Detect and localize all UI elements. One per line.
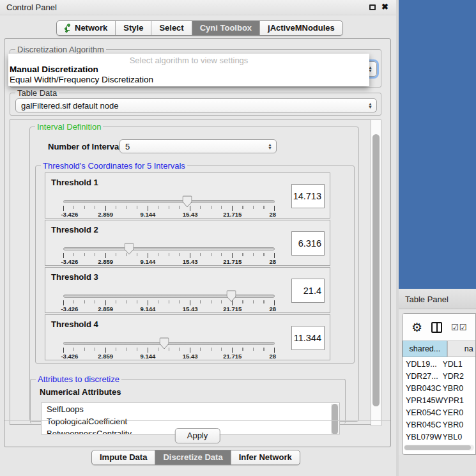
threshold-2-value[interactable]: 6.316 xyxy=(291,231,325,256)
tab-discretize-data[interactable]: Discretize Data xyxy=(155,450,231,464)
slider-ticks xyxy=(63,253,275,258)
tick-label: -3.426 xyxy=(61,211,78,218)
interval-definition-title: Interval Definition xyxy=(35,122,103,132)
threshold-1-slider[interactable]: -3.426 2.859 9.144 15.43 21.715 28 xyxy=(63,197,275,217)
table-row[interactable]: YPR145WYPR1 xyxy=(403,395,475,407)
slider-ticks xyxy=(63,300,275,305)
select-columns-icon[interactable]: ☑☑ xyxy=(451,323,467,332)
threshold-2-slider[interactable]: -3.426 2.859 9.144 15.43 21.715 28 xyxy=(63,245,275,264)
tab-discretize-data-label: Discretize Data xyxy=(163,452,222,462)
close-icon[interactable]: ✖ xyxy=(381,2,388,12)
column-header-shared-name[interactable]: shared... xyxy=(403,341,447,357)
list-item[interactable]: SelfLoops xyxy=(42,403,339,415)
tick-label: 15.43 xyxy=(183,353,198,360)
slider-tick-labels: -3.426 2.859 9.144 15.43 21.715 28 xyxy=(63,353,275,359)
number-of-intervals-label: Number of Intervals xyxy=(48,142,126,151)
tick-label: 21.715 xyxy=(223,211,242,218)
tick-label: 2.859 xyxy=(98,305,113,312)
list-item[interactable]: TopologicalCoefficient xyxy=(42,415,339,427)
combo-arrows-icon: ▲▼ xyxy=(368,102,372,109)
discretization-algorithm-group-title: Discretization Algorithm xyxy=(15,45,106,54)
threshold-3-label: Threshold 3 xyxy=(51,272,98,282)
control-panel: Control Panel ✖ Network Style Select Cyn… xyxy=(0,0,396,476)
tick-label: 21.715 xyxy=(223,305,242,312)
tab-style-label: Style xyxy=(123,23,143,33)
tick-label: 15.43 xyxy=(183,258,198,265)
tab-infer-network-label: Infer Network xyxy=(239,452,292,462)
control-panel-titlebar: Control Panel ✖ xyxy=(0,0,396,15)
threshold-2-label: Threshold 2 xyxy=(51,225,98,234)
tick-label: 28 xyxy=(269,258,276,265)
tick-label: 28 xyxy=(269,353,276,360)
scrollbar-thumb[interactable] xyxy=(404,445,471,450)
threshold-3-slider[interactable]: -3.426 2.859 9.144 15.43 21.715 28 xyxy=(63,292,275,311)
algorithm-dropdown-popup: Select algorithm to view settings Manual… xyxy=(8,54,369,86)
threshold-4-label: Threshold 4 xyxy=(51,319,98,329)
dropdown-prompt-option[interactable]: Select algorithm to view settings xyxy=(8,56,369,65)
table-row[interactable]: YBL079WYBL0 xyxy=(403,431,475,443)
tick-label: 9.144 xyxy=(141,353,156,360)
tick-label: 2.859 xyxy=(98,258,113,265)
column-header-name[interactable]: na xyxy=(447,341,476,357)
float-window-icon[interactable] xyxy=(369,4,376,10)
panel-title: Control Panel xyxy=(6,3,57,12)
slider-tick-labels: -3.426 2.859 9.144 15.43 21.715 28 xyxy=(63,211,275,217)
settings-scrollbar[interactable] xyxy=(371,119,381,426)
thresholds-group-title: Threshold's Coordinates for 5 Intervals xyxy=(41,161,187,171)
table-row[interactable]: YBR043CYBR0 xyxy=(403,383,475,395)
tick-label: -3.426 xyxy=(61,353,78,360)
tab-infer-network[interactable]: Infer Network xyxy=(231,450,300,464)
scrollbar-thumb[interactable] xyxy=(372,134,380,406)
dropdown-option-manual-discretization[interactable]: Manual Discretization xyxy=(10,65,98,74)
table-row[interactable]: YBR045CYBR0 xyxy=(403,419,475,431)
threshold-4-value[interactable]: 11.344 xyxy=(291,326,325,350)
tab-style[interactable]: Style xyxy=(116,21,151,35)
slider-tick-labels: -3.426 2.859 9.144 15.43 21.715 28 xyxy=(63,258,275,265)
threshold-4-slider[interactable]: -3.426 2.859 9.144 15.43 21.715 28 xyxy=(63,339,275,358)
table-data-group: Table Data galFiltered.sif default node … xyxy=(10,93,381,116)
dropdown-option-equal-width-frequency[interactable]: Equal Width/Frequency Discretization xyxy=(10,75,153,84)
threshold-3-value[interactable]: 21.4 xyxy=(291,279,325,303)
tick-label: 9.144 xyxy=(141,211,156,218)
tick-label: 15.43 xyxy=(183,211,198,218)
network-view-frame: GAL80 G C GAL11 GAL4 GCY1 H HAP2 xyxy=(399,0,476,289)
table-data-combobox[interactable]: galFiltered.sif default node ▲▼ xyxy=(15,98,377,112)
threshold-4-panel: Threshold 4 -3.426 2.859 9.144 15.43 xyxy=(45,314,330,360)
numerical-attributes-label: Numerical Attributes xyxy=(40,387,121,397)
tab-cyni-toolbox-label: Cyni Toolbox xyxy=(200,23,252,33)
tab-cyni-toolbox[interactable]: Cyni Toolbox xyxy=(192,21,260,35)
tab-select[interactable]: Select xyxy=(151,21,192,35)
slider-tick-labels: -3.426 2.859 9.144 15.43 21.715 28 xyxy=(63,305,275,312)
tab-impute-data[interactable]: Impute Data xyxy=(92,450,155,464)
slider-ticks xyxy=(63,348,275,353)
table-rows: YDL19...YDL1 YDR27...YDR2 YBR043CYBR0 YP… xyxy=(403,358,475,445)
tab-network-label: Network xyxy=(75,23,107,33)
tab-jactivemnodules[interactable]: jActiveMNodules xyxy=(260,21,342,35)
tick-label: -3.426 xyxy=(61,305,78,312)
gear-icon[interactable]: ⚙ xyxy=(411,321,422,334)
table-row[interactable]: YDR27...YDR2 xyxy=(403,371,475,383)
column-layout-icon[interactable] xyxy=(431,322,442,333)
slider-ticks xyxy=(63,206,275,211)
threshold-3-panel: Threshold 3 -3.426 2.859 9.144 15.43 xyxy=(45,267,330,313)
number-of-intervals-value: 5 xyxy=(125,142,130,151)
table-horizontal-scrollbar[interactable] xyxy=(404,445,474,450)
threshold-1-value[interactable]: 14.713 xyxy=(291,184,325,208)
apply-button[interactable]: Apply xyxy=(175,428,220,443)
threshold-1-label: Threshold 1 xyxy=(51,178,98,187)
slider-track xyxy=(63,200,275,203)
table-data-group-title: Table Data xyxy=(15,88,59,98)
table-panel-title: Table Panel xyxy=(405,295,449,304)
number-of-intervals-spinner[interactable]: 5 ▲▼ xyxy=(119,139,277,153)
tick-label: 15.43 xyxy=(183,305,198,312)
interval-definition-group: Interval Definition Number of Intervals … xyxy=(29,127,359,422)
thresholds-group: Threshold's Coordinates for 5 Intervals … xyxy=(35,165,355,364)
table-row[interactable]: YDL19...YDL1 xyxy=(403,358,475,371)
tab-network[interactable]: Network xyxy=(57,21,116,35)
screen: Control Panel ✖ Network Style Select Cyn… xyxy=(0,0,476,476)
list-scrollbar[interactable] xyxy=(331,404,339,434)
table-row[interactable]: YER054CYER0 xyxy=(403,407,475,419)
table-data-combobox-value: galFiltered.sif default node xyxy=(21,101,118,111)
tick-label: 21.715 xyxy=(223,353,242,360)
tick-label: 2.859 xyxy=(98,353,113,360)
